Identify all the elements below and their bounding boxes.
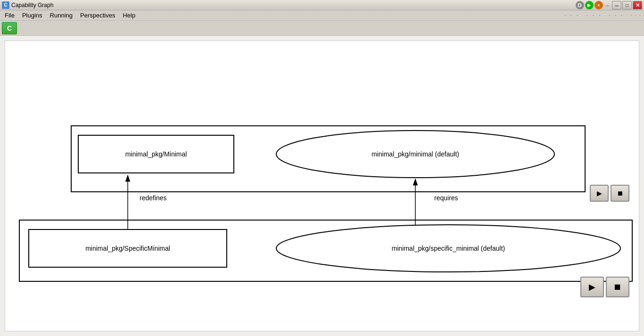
menu-perspectives[interactable]: Perspectives xyxy=(76,11,119,20)
minimize-button[interactable]: – xyxy=(612,1,621,9)
bottom-stop-icon: ⏹ xyxy=(613,282,622,292)
toolbar: C xyxy=(0,21,644,36)
menu-help[interactable]: Help xyxy=(119,11,139,20)
window-title: Capability Graph xyxy=(11,2,642,8)
minimize-icon: – xyxy=(615,2,618,8)
orange-icon: ● xyxy=(594,1,603,9)
window-controls: D ▶ ● – – □ ✕ xyxy=(576,1,642,9)
run-button[interactable]: C xyxy=(2,22,17,34)
graph-canvas: minimal_pkg/Minimal minimal_pkg/minimal … xyxy=(5,41,639,331)
menubar: File Plugins Running Perspectives Help ·… xyxy=(0,10,644,21)
node-minimal-pkg-specific-minimal-default: minimal_pkg/specific_minimal (default) xyxy=(276,225,620,272)
edge-label-requires: requires xyxy=(434,194,458,202)
bottom-play-icon: ▶ xyxy=(589,282,595,292)
close-button[interactable]: ✕ xyxy=(633,1,642,9)
top-play-button[interactable]: ▶ xyxy=(590,185,609,202)
top-controls: ▶ ⏹ xyxy=(590,185,629,202)
top-stop-button[interactable]: ⏹ xyxy=(611,185,629,202)
restore-button[interactable]: □ xyxy=(622,1,632,9)
bottom-controls: ▶ ⏹ xyxy=(580,277,629,297)
green-icon: ▶ xyxy=(585,1,594,9)
menu-running[interactable]: Running xyxy=(46,11,76,20)
app-icon: C xyxy=(2,1,9,9)
menu-file[interactable]: File xyxy=(1,11,18,20)
menu-plugins[interactable]: Plugins xyxy=(18,11,46,20)
restore-icon: □ xyxy=(626,3,628,8)
run-icon: C xyxy=(7,25,12,32)
node-minimal-pkg-minimal: minimal_pkg/Minimal xyxy=(78,135,234,173)
bottom-play-button[interactable]: ▶ xyxy=(580,277,604,297)
node-minimal-pkg-specific-minimal: minimal_pkg/SpecificMinimal xyxy=(29,229,227,267)
bottom-stop-button[interactable]: ⏹ xyxy=(606,277,629,297)
top-stop-icon: ⏹ xyxy=(617,189,623,197)
close-icon: ✕ xyxy=(636,2,640,8)
main-area: minimal_pkg/Minimal minimal_pkg/minimal … xyxy=(0,36,644,336)
titlebar: C Capability Graph D ▶ ● – – □ ✕ xyxy=(0,0,644,10)
edge-label-redefines: redefines xyxy=(140,194,167,202)
d-icon: D xyxy=(576,1,584,9)
node-minimal-pkg-minimal-default: minimal_pkg/minimal (default) xyxy=(276,131,554,178)
top-play-icon: ▶ xyxy=(597,189,602,197)
